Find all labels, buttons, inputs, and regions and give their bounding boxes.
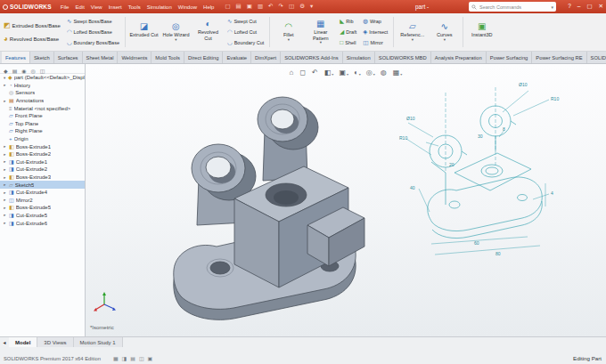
document-tab[interactable]: 3D Views [37, 337, 73, 347]
ribbon-button[interactable]: ◎ Hole Wizard ▾ [161, 14, 191, 50]
command-tab[interactable]: Mold Tools [152, 52, 184, 63]
status-icon[interactable]: ◨ [122, 356, 127, 361]
ribbon-button[interactable]: ◐ Revolved Cut [193, 14, 223, 50]
command-tab[interactable]: Analysis Preparation [431, 52, 487, 63]
help-icon[interactable]: ? [568, 4, 571, 10]
feature-tree-item[interactable]: ▸ ◧ Boss-Extrude2 [0, 150, 85, 158]
ribbon-button[interactable]: ◣ Rib [338, 17, 358, 27]
ribbon-button[interactable]: ◡ Boundary Boss/Base [65, 38, 121, 48]
search-box[interactable]: Search Commands ▾ [469, 2, 556, 12]
titlebar-tool-icon[interactable]: ▥ [258, 4, 263, 10]
menu-item[interactable]: Edit [75, 4, 84, 10]
document-tab[interactable]: Model [9, 337, 37, 347]
feature-tree-item[interactable]: ▸ ◨ Cut-Extrude5 [0, 212, 85, 220]
feature-tree-item[interactable]: ▸ ▤ Annotations [0, 97, 85, 105]
graphics-viewport[interactable]: ⌂◻↶◧▾▣▾◐▾◎▾◍▦▾ [86, 64, 606, 336]
feature-tree-item[interactable]: ▸ ◫ Mirror2 [0, 197, 85, 205]
titlebar-tool-icon[interactable]: ▾ [310, 4, 313, 10]
command-tab[interactable]: Evaluate [223, 52, 251, 63]
ribbon-button[interactable]: ▱ Referenc... ▾ [397, 14, 427, 50]
titlebar-tool-icon[interactable]: ▣ [247, 4, 252, 10]
titlebar-tool-icon[interactable]: ↶ [268, 4, 273, 10]
menu-item[interactable]: File [61, 4, 70, 10]
menu-item[interactable]: Window [178, 4, 197, 10]
expand-icon[interactable]: ▸ [3, 206, 7, 210]
tab-scroll-icon[interactable]: ◄ [0, 337, 9, 347]
command-tab[interactable]: Simulation [343, 52, 375, 63]
expand-icon[interactable]: ▸ [3, 198, 7, 202]
expand-icon[interactable]: ▸ [3, 167, 7, 172]
ribbon-button[interactable]: ◠ Lofted Boss/Base [65, 28, 121, 37]
document-tab[interactable]: Motion Study 1 [74, 337, 123, 347]
feature-tree-item[interactable]: ▸ ▱ Sketch5 [0, 181, 85, 189]
titlebar-tool-icon[interactable]: ↷ [279, 4, 283, 10]
feature-tree-item[interactable]: ▱ Top Plane [0, 120, 85, 128]
expand-icon[interactable]: ▸ [3, 182, 7, 187]
feature-tree-item[interactable]: ▸ ◧ Boss-Extrude5 [0, 204, 85, 212]
feature-tree-item[interactable]: + Origin [0, 135, 85, 143]
command-tab[interactable]: Power Surfacing [487, 52, 533, 63]
status-icon[interactable]: ▤ [130, 356, 135, 361]
feature-tree-item[interactable]: ▸ ◨ Cut-Extrude6 [0, 219, 85, 227]
ribbon-button[interactable]: ∿ Curves ▾ [430, 14, 459, 50]
menu-item[interactable]: Insert [109, 4, 122, 10]
command-tab[interactable]: SOLIDWORKS Vis [587, 52, 606, 63]
search-dropdown-icon[interactable]: ▾ [551, 4, 553, 10]
ribbon-button[interactable]: ◍ Wrap [361, 17, 389, 27]
ribbon-button[interactable]: ◪ Extruded Cut [129, 14, 159, 50]
ribbon-button[interactable]: ◫ Mirror [361, 38, 389, 48]
expand-icon[interactable]: ▸ [3, 175, 7, 180]
feature-tree-item[interactable]: ▸ ◧ Boss-Extrude1 [0, 142, 85, 150]
command-tab[interactable]: Direct Editing [184, 52, 223, 63]
feature-tree-item[interactable]: ≡ Material <not specified> [0, 104, 85, 112]
feature-tree-item[interactable]: ▱ Right Plane [0, 127, 85, 135]
expand-icon[interactable]: ▸ [3, 213, 7, 217]
ribbon-button[interactable]: ◡ Boundary Cut [225, 38, 266, 48]
status-icon[interactable]: ▦ [113, 356, 119, 361]
feature-tree-item[interactable]: ▸ ◔ History [0, 82, 85, 90]
command-tab[interactable]: SOLIDWORKS Add-Ins [281, 52, 343, 63]
command-tab[interactable]: Weldments [118, 52, 152, 63]
ribbon-button[interactable]: □ Shell [338, 38, 358, 48]
feature-tree-item[interactable]: ◎ Sensors [0, 89, 85, 97]
feature-tree-item[interactable]: ▱ Front Plane [0, 112, 85, 120]
ribbon-button[interactable]: ◠ Lofted Cut [225, 28, 266, 37]
expand-icon[interactable]: ▸ [3, 99, 7, 103]
expand-icon[interactable]: ▸ [3, 190, 7, 195]
feature-tree-item[interactable]: ▸ ◨ Cut-Extrude2 [0, 166, 85, 174]
expand-icon[interactable]: ▸ [3, 152, 7, 157]
titlebar-tool-icon[interactable]: ▤ [236, 4, 242, 10]
expand-icon[interactable]: ▾ [3, 76, 6, 80]
titlebar-tool-icon[interactable]: ◫ [289, 4, 294, 10]
menu-item[interactable]: Tools [128, 4, 141, 10]
status-icon[interactable]: ◫ [139, 356, 144, 361]
command-tab[interactable]: Features [2, 52, 30, 63]
command-tab[interactable]: Sketch [30, 52, 54, 63]
menu-item[interactable]: View [91, 4, 102, 10]
feature-tree-item[interactable]: ▸ ◧ Boss-Extrude3 [0, 174, 85, 182]
ribbon-button[interactable]: ∿ Swept Boss/Base [65, 17, 121, 27]
close-button[interactable]: ✕ [599, 4, 603, 10]
ribbon-button[interactable]: ◢ Draft [338, 28, 358, 37]
titlebar-tool-icon[interactable]: ⚙ [299, 4, 305, 10]
ribbon-button[interactable]: ▣ Instant3D [467, 14, 496, 50]
titlebar-tool-icon[interactable]: ▢ [225, 4, 230, 10]
ribbon-button[interactable]: ∿ Swept Cut [225, 17, 266, 27]
minimize-button[interactable]: – [577, 4, 581, 10]
command-tab[interactable]: DimXpert [251, 52, 281, 63]
expand-icon[interactable]: ▸ [3, 221, 7, 225]
ribbon-button[interactable]: ◕ Revolved Boss/Base [2, 33, 62, 45]
ribbon-button[interactable]: ◈ Intersect [361, 28, 389, 37]
expand-icon[interactable]: ▸ [3, 159, 7, 164]
command-tab[interactable]: Sheet Metal [83, 52, 119, 63]
ribbon-button[interactable]: ▦ Linear Pattern ▾ [306, 14, 335, 50]
feature-tree-item[interactable]: ▸ ◨ Cut-Extrude1 [0, 158, 85, 166]
command-tab[interactable]: Power Surfacing RE [532, 52, 586, 63]
status-icon[interactable]: ▣ [148, 356, 153, 361]
ribbon-button[interactable]: ◩ Extruded Boss/Base [2, 20, 62, 32]
ribbon-button[interactable]: ◠ Fillet ▾ [274, 14, 303, 50]
expand-icon[interactable]: ▸ [3, 144, 7, 149]
menu-item[interactable]: Help [203, 4, 214, 10]
command-tab[interactable]: Surfaces [54, 52, 83, 63]
feature-tree-item[interactable]: ▸ ◨ Cut-Extrude4 [0, 189, 85, 197]
